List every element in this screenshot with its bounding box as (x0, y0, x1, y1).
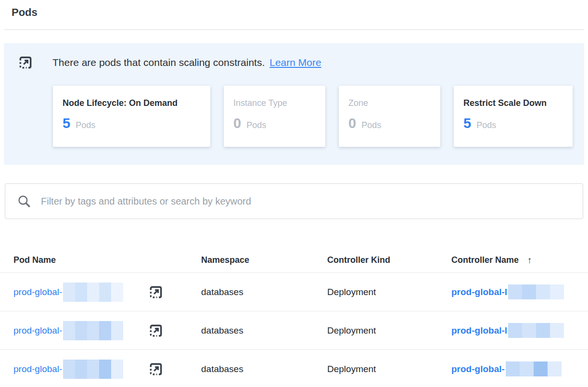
card-count-number: 5 (463, 116, 471, 131)
table-row: prod-global- databases Deployment prod-g… (0, 311, 588, 350)
card-restrict-scale-down[interactable]: Restrict Scale Down 5 Pods (454, 86, 573, 147)
table-header-row: Pod Name Namespace Controller Kind Contr… (0, 219, 588, 273)
card-zone[interactable]: Zone 0 Pods (339, 86, 440, 147)
search-icon (17, 194, 31, 208)
controller-name-link[interactable]: prod-global- (451, 364, 505, 374)
card-title: Instance Type (233, 98, 316, 108)
card-count-unit: Pods (476, 120, 496, 130)
controller-name-link[interactable]: prod-global-l (451, 287, 507, 297)
scale-out-icon[interactable] (148, 284, 164, 300)
controller-kind-cell: Deployment (327, 325, 451, 336)
card-count: 5 Pods (463, 116, 563, 131)
controller-kind-cell: Deployment (327, 364, 451, 374)
redacted-controller-name (506, 361, 562, 376)
pod-name-link[interactable]: prod-global- (13, 364, 62, 374)
scale-out-icon (18, 55, 33, 70)
table-row: prod-global- databases Deployment prod-g… (0, 350, 588, 387)
column-header-controller-kind[interactable]: Controller Kind (327, 255, 451, 265)
controller-name-cell: prod-global-l (451, 323, 588, 338)
redacted-controller-name (508, 323, 564, 338)
namespace-cell: databases (201, 364, 327, 374)
card-count: 5 Pods (63, 116, 201, 131)
scale-out-icon[interactable] (148, 323, 164, 338)
column-header-controller-name[interactable]: Controller Name ↑ (451, 255, 588, 266)
page-title: Pods (12, 6, 588, 19)
title-divider (4, 29, 584, 30)
filter-search-bar[interactable] (5, 183, 583, 219)
card-count: 0 Pods (233, 116, 316, 131)
redacted-pod-name (63, 321, 123, 340)
banner-message: There are pods that contain scaling cons… (52, 57, 265, 68)
namespace-cell: databases (201, 325, 327, 336)
controller-name-cell: prod-global- (451, 361, 588, 376)
pod-name-link[interactable]: prod-global- (13, 325, 62, 336)
pod-name-cell: prod-global- (13, 321, 201, 340)
card-title: Restrict Scale Down (463, 98, 563, 108)
scaling-constraints-banner: There are pods that contain scaling cons… (4, 43, 584, 165)
card-title: Zone (348, 98, 431, 108)
pod-name-cell: prod-global- (13, 283, 201, 302)
card-count-number: 0 (348, 116, 356, 131)
card-title: Node Lifecycle: On Demand (63, 98, 201, 108)
card-count-number: 0 (233, 116, 241, 131)
controller-name-cell: prod-global-l (451, 284, 588, 299)
card-instance-type[interactable]: Instance Type 0 Pods (224, 86, 325, 147)
learn-more-link[interactable]: Learn More (269, 57, 321, 68)
redacted-controller-name (508, 284, 564, 299)
column-header-pod-name[interactable]: Pod Name (13, 255, 201, 265)
card-count-unit: Pods (361, 120, 381, 130)
card-count-unit: Pods (76, 120, 95, 130)
card-count-number: 5 (63, 116, 70, 131)
column-header-controller-name-label: Controller Name (451, 255, 519, 265)
sort-ascending-icon[interactable]: ↑ (527, 255, 532, 266)
card-count-unit: Pods (246, 120, 266, 130)
namespace-cell: databases (201, 287, 327, 297)
banner-header: There are pods that contain scaling cons… (4, 55, 584, 70)
controller-kind-cell: Deployment (327, 287, 451, 297)
filter-search-input[interactable] (40, 195, 573, 207)
card-node-lifecycle-on-demand[interactable]: Node Lifecycle: On Demand 5 Pods (53, 86, 210, 147)
controller-name-link[interactable]: prod-global-l (451, 325, 507, 336)
table-row: prod-global- databases Deployment prod-g… (0, 273, 588, 311)
column-header-namespace[interactable]: Namespace (201, 255, 327, 265)
pod-name-link[interactable]: prod-global- (13, 287, 62, 297)
scale-out-icon[interactable] (148, 361, 164, 377)
card-count: 0 Pods (348, 116, 431, 131)
constraint-cards: Node Lifecycle: On Demand 5 Pods Instanc… (53, 86, 584, 147)
pods-table: Pod Name Namespace Controller Kind Contr… (0, 219, 588, 387)
pod-name-cell: prod-global- (13, 360, 201, 379)
redacted-pod-name (63, 283, 123, 302)
redacted-pod-name (63, 360, 123, 379)
pods-page: Pods There are pods that contain scaling… (0, 6, 588, 387)
